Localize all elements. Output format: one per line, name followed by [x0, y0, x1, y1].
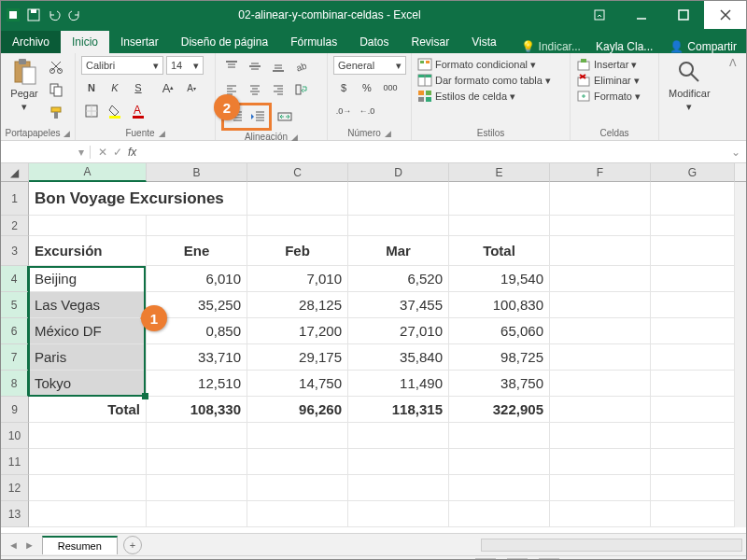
- tab-view[interactable]: Vista: [460, 31, 507, 53]
- qat-redo-icon[interactable]: [68, 8, 81, 21]
- format-painter-icon[interactable]: [46, 103, 66, 123]
- name-box[interactable]: ▾: [1, 146, 91, 159]
- sheet-nav-prev-icon[interactable]: ◄: [8, 539, 19, 551]
- tab-file[interactable]: Archivo: [1, 31, 61, 53]
- editing-button[interactable]: Modificar ▾: [665, 56, 714, 115]
- currency-icon[interactable]: $: [333, 77, 354, 98]
- sheet-nav-next-icon[interactable]: ►: [24, 539, 35, 551]
- align-center-icon[interactable]: [245, 79, 265, 100]
- row-header[interactable]: 13: [1, 501, 29, 527]
- cancel-formula-icon[interactable]: ✕: [98, 146, 107, 159]
- wrap-text-icon[interactable]: [291, 79, 312, 100]
- row-header[interactable]: 5: [1, 292, 29, 318]
- col-header[interactable]: F: [550, 163, 651, 182]
- col-header[interactable]: A: [29, 163, 147, 182]
- dialog-launcher-icon[interactable]: ◢: [159, 129, 165, 138]
- format-cells-button[interactable]: Formato ▾: [576, 90, 641, 103]
- fill-color-icon[interactable]: [105, 101, 125, 121]
- cut-icon[interactable]: [46, 56, 66, 77]
- format-as-table-button[interactable]: Dar formato como tabla ▾: [417, 74, 551, 87]
- user-name[interactable]: Kayla Cla...: [588, 40, 660, 53]
- decrease-decimal-icon[interactable]: ←.0: [357, 101, 377, 121]
- collapse-ribbon-icon[interactable]: ᐱ: [729, 57, 737, 69]
- align-middle-icon[interactable]: [245, 56, 265, 77]
- comma-icon[interactable]: 000: [380, 77, 401, 98]
- fx-icon[interactable]: fx: [128, 146, 136, 159]
- paste-button[interactable]: Pegar ▾: [7, 56, 42, 115]
- cell[interactable]: Las Vegas: [29, 292, 147, 318]
- selection-handle[interactable]: [142, 393, 148, 399]
- cell[interactable]: Tokyo: [29, 371, 147, 397]
- row-header[interactable]: 3: [1, 236, 29, 266]
- add-sheet-icon[interactable]: +: [123, 536, 142, 554]
- qat-save-icon[interactable]: [27, 8, 40, 21]
- merge-cells-icon[interactable]: [275, 106, 295, 127]
- cell[interactable]: Beijing: [29, 266, 147, 292]
- cell[interactable]: [550, 182, 651, 216]
- col-header[interactable]: E: [449, 163, 550, 182]
- tab-review[interactable]: Revisar: [401, 31, 461, 53]
- row-header[interactable]: 12: [1, 475, 29, 501]
- row-header[interactable]: 4: [1, 266, 29, 292]
- tab-page-layout[interactable]: Diseño de página: [170, 31, 279, 53]
- col-header[interactable]: D: [348, 163, 449, 182]
- col-header[interactable]: G: [651, 163, 735, 182]
- row-header[interactable]: 7: [1, 344, 29, 371]
- cell[interactable]: [651, 182, 735, 216]
- number-format-select[interactable]: General▾: [333, 56, 406, 75]
- copy-icon[interactable]: [46, 79, 66, 100]
- row-header[interactable]: 9: [1, 397, 29, 423]
- enter-formula-icon[interactable]: ✓: [113, 146, 122, 159]
- tell-me[interactable]: 💡Indicar...: [514, 40, 588, 53]
- row-header[interactable]: 11: [1, 449, 29, 475]
- cell[interactable]: México DF: [29, 318, 147, 344]
- worksheet-grid[interactable]: ◢ A B C D E F G 1 Bon Voyage Excursiones…: [1, 163, 746, 533]
- delete-cells-button[interactable]: Eliminar ▾: [576, 74, 640, 87]
- bold-button[interactable]: N: [81, 77, 102, 98]
- percent-icon[interactable]: %: [357, 77, 377, 98]
- orientation-icon[interactable]: ab: [291, 56, 312, 77]
- maximize-icon[interactable]: [662, 1, 704, 29]
- expand-formula-icon[interactable]: ⌄: [726, 146, 746, 159]
- select-all-cell[interactable]: ◢: [1, 163, 29, 182]
- sheet-tab[interactable]: Resumen: [42, 536, 118, 554]
- borders-icon[interactable]: [81, 101, 102, 121]
- dialog-launcher-icon[interactable]: ◢: [63, 129, 70, 138]
- minimize-icon[interactable]: [620, 1, 662, 29]
- align-top-icon[interactable]: [221, 56, 242, 77]
- font-name-select[interactable]: Calibri▾: [81, 56, 163, 75]
- increase-indent-icon[interactable]: [247, 106, 268, 127]
- dialog-launcher-icon[interactable]: ◢: [291, 133, 298, 142]
- col-header[interactable]: C: [247, 163, 348, 182]
- row-header[interactable]: 6: [1, 318, 29, 344]
- row-header[interactable]: 1: [1, 182, 29, 216]
- cell[interactable]: [29, 216, 147, 236]
- ribbon-options-icon[interactable]: [578, 1, 620, 29]
- grow-font-icon[interactable]: A▴: [158, 77, 178, 98]
- cell[interactable]: [449, 182, 550, 216]
- cell-styles-button[interactable]: Estilos de celda ▾: [417, 90, 515, 103]
- tab-formulas[interactable]: Fórmulas: [279, 31, 348, 53]
- cell[interactable]: Excursión: [29, 236, 147, 266]
- col-header[interactable]: B: [147, 163, 247, 182]
- tab-data[interactable]: Datos: [348, 31, 400, 53]
- horizontal-scrollbar[interactable]: [481, 539, 742, 552]
- qat-undo-icon[interactable]: [48, 8, 61, 21]
- row-header[interactable]: 8: [1, 371, 29, 397]
- conditional-format-button[interactable]: Formato condicional ▾: [417, 58, 536, 71]
- shrink-font-icon[interactable]: A▾: [181, 77, 202, 98]
- insert-cells-button[interactable]: Insertar ▾: [576, 58, 637, 71]
- cell[interactable]: Total: [29, 397, 147, 423]
- underline-button[interactable]: S: [128, 77, 148, 98]
- italic-button[interactable]: K: [105, 77, 125, 98]
- row-header[interactable]: 2: [1, 216, 29, 236]
- increase-decimal-icon[interactable]: .0→: [333, 101, 354, 121]
- cell[interactable]: [348, 182, 449, 216]
- tab-home[interactable]: Inicio: [61, 31, 109, 53]
- font-color-icon[interactable]: A: [128, 101, 148, 121]
- row-header[interactable]: 10: [1, 423, 29, 449]
- align-right-icon[interactable]: [268, 79, 289, 100]
- dialog-launcher-icon[interactable]: ◢: [385, 129, 391, 138]
- cell[interactable]: [247, 182, 348, 216]
- close-icon[interactable]: [704, 1, 746, 29]
